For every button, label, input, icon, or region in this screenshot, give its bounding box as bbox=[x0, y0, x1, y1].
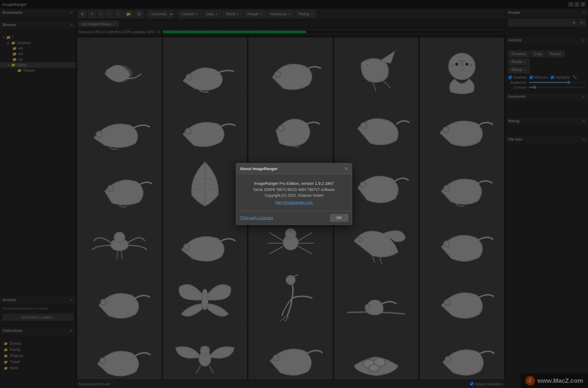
dialog-close-btn[interactable]: ✕ bbox=[344, 166, 348, 172]
dialog-ok-btn[interactable]: OK bbox=[330, 214, 348, 222]
third-party-btn[interactable]: Third-party Licenses bbox=[240, 216, 273, 220]
about-dialog: About ImageRanger ✕ ImageRanger Pro Edit… bbox=[236, 163, 352, 225]
dialog-footer: Third-party Licenses OK bbox=[236, 211, 352, 225]
dialog-title: About ImageRanger bbox=[240, 166, 278, 171]
dialog-url[interactable]: http://imageranger.com bbox=[243, 200, 345, 205]
dialog-header: About ImageRanger ✕ bbox=[236, 163, 352, 174]
dialog-body: ImageRanger Pro Edition, version 1.9.2.1… bbox=[236, 174, 352, 211]
dialog-serial: Serial 10NP8 7867V BNJS 4894 7867V7 soft… bbox=[243, 187, 345, 193]
dialog-app-name: ImageRanger Pro Edition, version 1.9.2.1… bbox=[243, 181, 345, 187]
dialog-copyright: Copyright (C) 2023, XtSense GmbH bbox=[243, 193, 345, 199]
dialog-overlay[interactable]: About ImageRanger ✕ ImageRanger Pro Edit… bbox=[0, 0, 588, 388]
